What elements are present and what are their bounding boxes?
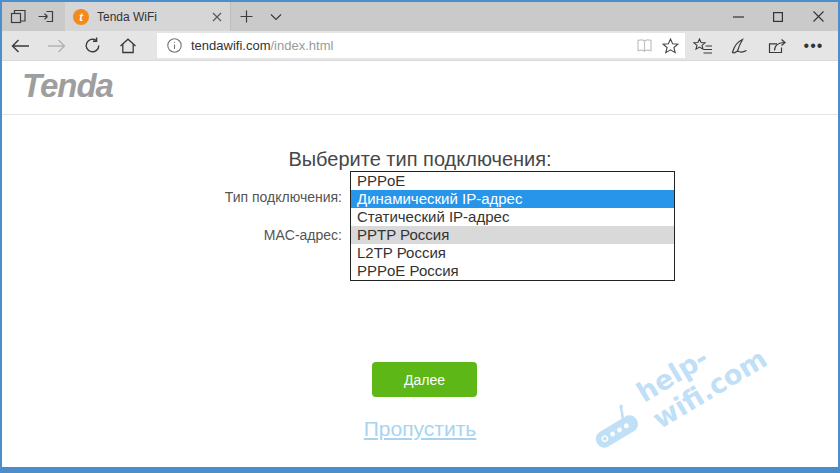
dropdown-option[interactable]: PPTP Россия xyxy=(351,226,674,244)
mac-address-label: MAC-адрес: xyxy=(137,227,342,243)
connection-type-label: Тип подключения: xyxy=(137,189,342,205)
share-icon[interactable] xyxy=(758,37,795,54)
hub-icon[interactable] xyxy=(684,38,721,54)
browser-window: t Tenda WiFi xyxy=(0,0,840,473)
tab-preview-icon[interactable] xyxy=(10,8,27,25)
bottom-accent-bar xyxy=(2,467,838,471)
address-bar[interactable]: tendawifi.com/index.html xyxy=(157,33,685,58)
tab-title: Tenda WiFi xyxy=(97,10,204,24)
maximize-button[interactable] xyxy=(758,2,798,31)
navigation-bar: tendawifi.com/index.html xyxy=(2,31,838,60)
set-tabs-aside-icon[interactable] xyxy=(37,8,55,25)
refresh-icon[interactable] xyxy=(74,37,110,54)
tenda-favicon: t xyxy=(73,9,89,25)
minimize-button[interactable] xyxy=(718,2,758,31)
dropdown-option[interactable]: Статический IP-адрес xyxy=(351,208,674,226)
connection-type-listbox[interactable]: PPPoEДинамический IP-адресСтатический IP… xyxy=(350,171,675,281)
dropdown-option[interactable]: PPPoE xyxy=(351,172,674,190)
tab-close-icon[interactable] xyxy=(212,12,222,22)
home-icon[interactable] xyxy=(110,38,146,54)
new-tab-button[interactable] xyxy=(231,2,261,31)
close-button[interactable] xyxy=(798,2,838,31)
tab-bar: t Tenda WiFi xyxy=(2,2,838,31)
next-button[interactable]: Далее xyxy=(372,362,477,397)
url-path: /index.html xyxy=(270,38,333,53)
url-host: tendawifi.com xyxy=(191,38,270,53)
web-note-pen-icon[interactable] xyxy=(721,38,758,54)
more-options-icon[interactable]: ••• xyxy=(795,37,832,55)
watermark-text: help-wifi.com xyxy=(631,288,819,435)
site-info-icon[interactable] xyxy=(167,38,182,53)
page-title: Выберите тип подключения: xyxy=(2,148,838,171)
tenda-logo: Tenda xyxy=(22,67,113,105)
dropdown-option[interactable]: Динамический IP-адрес xyxy=(351,190,674,208)
skip-link[interactable]: Пропустить xyxy=(2,417,838,441)
forward-icon[interactable] xyxy=(38,39,74,53)
back-icon[interactable] xyxy=(2,39,38,53)
url-text: tendawifi.com/index.html xyxy=(191,38,635,53)
browser-tab[interactable]: t Tenda WiFi xyxy=(65,2,231,31)
tab-list-chevron-icon[interactable] xyxy=(261,2,291,31)
skip-link-text[interactable]: Пропустить xyxy=(364,417,477,440)
page-content: Tenda Выберите тип подключения: Тип подк… xyxy=(2,60,838,467)
dropdown-option[interactable]: L2TP Россия xyxy=(351,244,674,262)
favorite-star-icon[interactable] xyxy=(662,38,679,54)
site-header: Tenda xyxy=(2,61,838,115)
reading-view-icon[interactable] xyxy=(635,38,654,53)
dropdown-option[interactable]: PPPoE Россия xyxy=(351,262,674,280)
